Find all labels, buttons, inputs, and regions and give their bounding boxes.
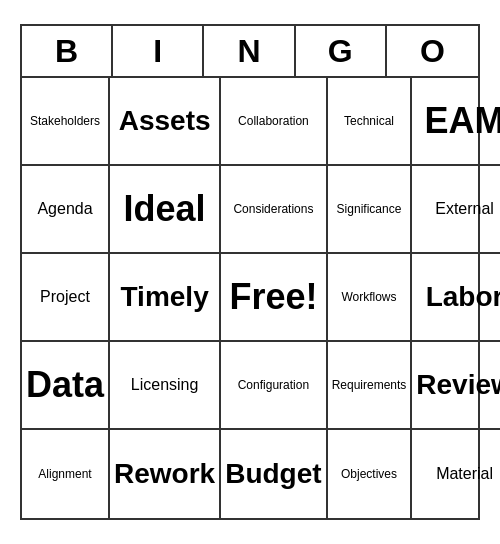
cell-label: Considerations bbox=[233, 202, 313, 216]
cell-label: Objectives bbox=[341, 467, 397, 481]
bingo-cell: Agenda bbox=[22, 166, 110, 254]
bingo-cell: Labor bbox=[412, 254, 500, 342]
header-letter: N bbox=[204, 26, 295, 76]
cell-label: EAM bbox=[425, 99, 500, 142]
bingo-card: BINGO StakeholdersAssetsCollaborationTec… bbox=[20, 24, 480, 520]
bingo-cell: Free! bbox=[221, 254, 327, 342]
bingo-cell: Workflows bbox=[328, 254, 413, 342]
bingo-cell: Assets bbox=[110, 78, 221, 166]
header-letter: G bbox=[296, 26, 387, 76]
cell-label: Rework bbox=[114, 457, 215, 491]
header-letter: O bbox=[387, 26, 478, 76]
bingo-cell: Rework bbox=[110, 430, 221, 518]
cell-label: Workflows bbox=[341, 290, 396, 304]
bingo-cell: Licensing bbox=[110, 342, 221, 430]
cell-label: Project bbox=[40, 287, 90, 306]
bingo-cell: Timely bbox=[110, 254, 221, 342]
bingo-cell: Review bbox=[412, 342, 500, 430]
cell-label: Budget bbox=[225, 457, 321, 491]
cell-label: Material bbox=[436, 464, 493, 483]
bingo-cell: External bbox=[412, 166, 500, 254]
bingo-cell: Considerations bbox=[221, 166, 327, 254]
cell-label: Stakeholders bbox=[30, 114, 100, 128]
cell-label: Assets bbox=[119, 104, 211, 138]
cell-label: Ideal bbox=[124, 187, 206, 230]
bingo-cell: Stakeholders bbox=[22, 78, 110, 166]
cell-label: Significance bbox=[337, 202, 402, 216]
bingo-cell: Budget bbox=[221, 430, 327, 518]
bingo-cell: Data bbox=[22, 342, 110, 430]
bingo-cell: Material bbox=[412, 430, 500, 518]
cell-label: Review bbox=[416, 368, 500, 402]
cell-label: Configuration bbox=[238, 378, 309, 392]
bingo-cell: Ideal bbox=[110, 166, 221, 254]
cell-label: Licensing bbox=[131, 375, 199, 394]
cell-label: Agenda bbox=[37, 199, 92, 218]
cell-label: Timely bbox=[121, 280, 209, 314]
cell-label: Alignment bbox=[38, 467, 91, 481]
bingo-cell: Collaboration bbox=[221, 78, 327, 166]
bingo-cell: Significance bbox=[328, 166, 413, 254]
bingo-cell: Requirements bbox=[328, 342, 413, 430]
bingo-cell: Configuration bbox=[221, 342, 327, 430]
bingo-cell: EAM bbox=[412, 78, 500, 166]
bingo-cell: Alignment bbox=[22, 430, 110, 518]
bingo-header: BINGO bbox=[22, 26, 478, 78]
header-letter: I bbox=[113, 26, 204, 76]
cell-label: External bbox=[435, 199, 494, 218]
cell-label: Requirements bbox=[332, 378, 407, 392]
header-letter: B bbox=[22, 26, 113, 76]
bingo-cell: Project bbox=[22, 254, 110, 342]
cell-label: Collaboration bbox=[238, 114, 309, 128]
bingo-cell: Technical bbox=[328, 78, 413, 166]
cell-label: Free! bbox=[229, 275, 317, 318]
cell-label: Labor bbox=[426, 280, 500, 314]
cell-label: Data bbox=[26, 363, 104, 406]
bingo-cell: Objectives bbox=[328, 430, 413, 518]
cell-label: Technical bbox=[344, 114, 394, 128]
bingo-grid: StakeholdersAssetsCollaborationTechnical… bbox=[22, 78, 478, 518]
